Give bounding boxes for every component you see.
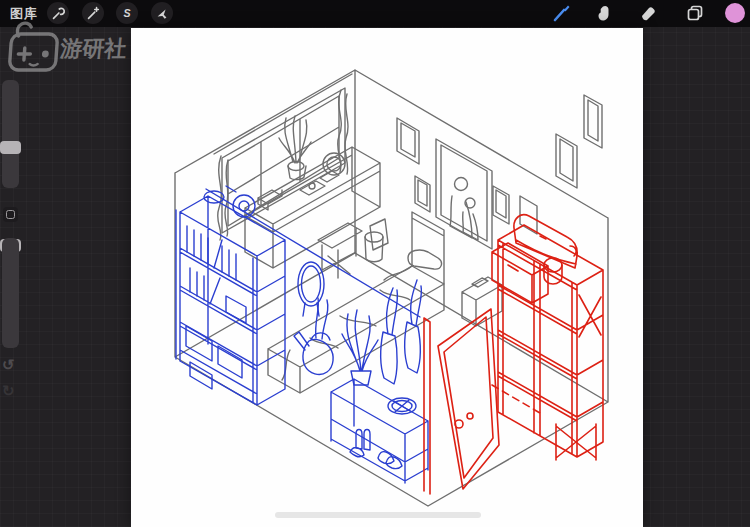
brush-size-handle[interactable] bbox=[0, 141, 21, 154]
smudge-tool-button[interactable] bbox=[594, 2, 616, 24]
layers-button[interactable] bbox=[684, 2, 706, 24]
app-window: 图库 S bbox=[0, 0, 750, 527]
color-swatch-button[interactable] bbox=[724, 2, 746, 24]
undo-button[interactable]: ↺ bbox=[2, 356, 15, 374]
move-arrow-icon bbox=[154, 5, 170, 21]
paint-brush-icon bbox=[552, 3, 572, 23]
red-furniture-lines bbox=[424, 215, 603, 494]
modify-square-icon bbox=[6, 210, 15, 219]
isometric-room-artwork bbox=[131, 28, 643, 527]
controller-mouth bbox=[30, 64, 38, 66]
gray-room-lines bbox=[175, 70, 608, 506]
controller-button-icon bbox=[42, 51, 49, 58]
guide-diagonal-line bbox=[206, 189, 420, 317]
transform-button[interactable] bbox=[151, 2, 173, 24]
redo-button[interactable]: ↻ bbox=[2, 382, 15, 400]
modify-button[interactable] bbox=[3, 207, 18, 222]
brush-tool-button[interactable] bbox=[551, 2, 573, 24]
watermark-logo: 游研社 bbox=[8, 16, 132, 86]
color-circle-icon bbox=[724, 2, 746, 24]
dpad-icon bbox=[18, 48, 31, 60]
watermark-text: 游研社 bbox=[58, 36, 128, 61]
layers-icon bbox=[685, 3, 705, 23]
brush-size-slider[interactable] bbox=[2, 80, 19, 188]
drawing-canvas[interactable] bbox=[131, 28, 643, 527]
eraser-icon bbox=[638, 3, 658, 23]
eraser-tool-button[interactable] bbox=[637, 2, 659, 24]
opacity-slider[interactable] bbox=[2, 238, 19, 348]
smudge-finger-icon bbox=[595, 3, 615, 23]
